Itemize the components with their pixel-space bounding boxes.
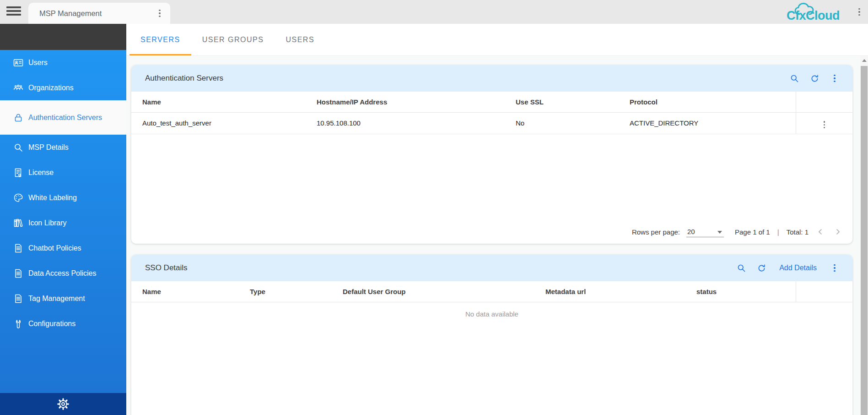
auth-panel-kebab-icon[interactable] bbox=[830, 73, 840, 83]
sidebar-item-icon-library[interactable]: Icon Library bbox=[0, 210, 126, 235]
column-header-default-user-group: Default User Group bbox=[343, 281, 545, 302]
scrollbar-up-arrow-icon[interactable] bbox=[860, 56, 868, 65]
rows-per-page-value: 20 bbox=[687, 228, 695, 235]
sidebar-item-label: License bbox=[28, 167, 54, 179]
auth-servers-table: Name Hostname/IP Address Use SSL Protoco… bbox=[131, 92, 852, 134]
chevron-right-icon[interactable] bbox=[832, 226, 843, 237]
sidebar-item-license[interactable]: License bbox=[0, 160, 126, 185]
users-card-icon bbox=[13, 57, 24, 68]
app-tab-kebab-icon[interactable] bbox=[155, 8, 165, 18]
caret-down-icon bbox=[717, 231, 722, 234]
document-icon bbox=[13, 268, 24, 279]
cfxcloud-logo: CfxCloud bbox=[787, 6, 841, 22]
column-header-actions bbox=[796, 281, 852, 302]
main-area: SERVERS USER GROUPS USERS Authentication… bbox=[126, 24, 868, 415]
sidebar-footer bbox=[0, 393, 126, 415]
vertical-scrollbar[interactable] bbox=[860, 56, 868, 415]
sidebar-item-msp-details[interactable]: MSP Details bbox=[0, 135, 126, 160]
sidebar: Users Organizations Authent bbox=[0, 24, 126, 415]
sso-table-header-row: Name Type Default User Group Metadata ur… bbox=[131, 281, 852, 302]
column-header-use-ssl: Use SSL bbox=[516, 92, 630, 112]
sidebar-item-white-labeling[interactable]: White Labeling bbox=[0, 185, 126, 210]
hamburger-menu-icon[interactable] bbox=[6, 6, 21, 17]
column-header-metadata-url: Metadata url bbox=[545, 281, 696, 302]
sidebar-nav: Users Organizations Authent bbox=[0, 50, 126, 393]
search-icon[interactable] bbox=[736, 263, 746, 273]
refresh-icon[interactable] bbox=[756, 263, 766, 273]
column-header-status: status bbox=[696, 281, 796, 302]
sidebar-item-tag-management[interactable]: Tag Management bbox=[0, 286, 126, 311]
rows-per-page-label: Rows per page: bbox=[632, 228, 680, 236]
auth-panel-title: Authentication Servers bbox=[145, 74, 789, 83]
sidebar-item-authentication-servers[interactable]: Authentication Servers bbox=[0, 100, 126, 135]
rows-per-page-select[interactable]: 20 bbox=[686, 227, 724, 237]
chevron-left-icon[interactable] bbox=[815, 226, 826, 237]
gear-icon[interactable] bbox=[56, 397, 70, 411]
sidebar-item-organizations[interactable]: Organizations bbox=[0, 75, 126, 100]
document-icon bbox=[13, 243, 24, 254]
total-count: Total: 1 bbox=[787, 228, 809, 236]
wrench-icon bbox=[13, 318, 24, 329]
palette-icon bbox=[13, 192, 24, 203]
sidebar-item-label: Organizations bbox=[28, 82, 74, 94]
sidebar-item-label: Data Access Policies bbox=[28, 268, 97, 279]
sso-panel-title: SSO Details bbox=[145, 263, 736, 273]
sidebar-item-label: Chatbot Policies bbox=[28, 242, 81, 254]
sidebar-item-label: Icon Library bbox=[28, 217, 67, 229]
sso-panel-kebab-icon[interactable] bbox=[830, 263, 840, 273]
sso-panel-header: SSO Details Add Details bbox=[131, 255, 852, 281]
pagination-separator: | bbox=[777, 228, 779, 236]
sidebar-item-configurations[interactable]: Configurations bbox=[0, 311, 126, 336]
sso-details-panel: SSO Details Add Details bbox=[131, 255, 852, 415]
sidebar-item-label: Authentication Servers bbox=[28, 112, 102, 124]
sidebar-item-label: White Labeling bbox=[28, 192, 77, 204]
magnifier-icon bbox=[13, 142, 24, 153]
cell-protocol: ACTIVE_DIRECTORY bbox=[630, 112, 796, 134]
search-icon[interactable] bbox=[789, 73, 799, 83]
refresh-icon[interactable] bbox=[809, 73, 819, 83]
scrollbar-thumb[interactable] bbox=[861, 66, 868, 415]
app-tab-title: MSP Management bbox=[28, 9, 155, 18]
authentication-servers-panel: Authentication Servers bbox=[131, 65, 852, 244]
organizations-icon bbox=[13, 82, 24, 93]
lock-icon bbox=[13, 112, 24, 123]
tab-label: USER GROUPS bbox=[202, 36, 264, 44]
pagination-bar: Rows per page: 20 Page 1 of 1 | Total: 1 bbox=[131, 226, 852, 244]
sidebar-item-label: Tag Management bbox=[28, 293, 85, 305]
document-icon bbox=[13, 293, 24, 304]
sidebar-item-chatbot-policies[interactable]: Chatbot Policies bbox=[0, 235, 126, 261]
table-row: Auto_test_auth_server 10.95.108.100 No A… bbox=[131, 112, 852, 134]
license-icon bbox=[13, 167, 24, 178]
sidebar-item-label: Configurations bbox=[28, 318, 75, 330]
cell-name: Auto_test_auth_server bbox=[131, 112, 317, 134]
app-tab[interactable]: MSP Management bbox=[28, 3, 170, 24]
tab-user-groups[interactable]: USER GROUPS bbox=[191, 24, 275, 55]
tab-label: USERS bbox=[286, 36, 314, 44]
content-area: Authentication Servers bbox=[126, 56, 868, 415]
tab-label: SERVERS bbox=[140, 36, 180, 44]
column-header-actions bbox=[796, 92, 852, 112]
column-header-protocol: Protocol bbox=[630, 92, 796, 112]
sidebar-item-users[interactable]: Users bbox=[0, 50, 126, 75]
top-bar: MSP Management CfxCloud bbox=[0, 0, 868, 24]
sidebar-item-label: MSP Details bbox=[28, 142, 69, 153]
empty-state-message: No data available bbox=[131, 302, 852, 318]
sidebar-item-label: Users bbox=[28, 57, 48, 69]
top-bar-kebab-icon[interactable] bbox=[854, 7, 864, 17]
cell-use-ssl: No bbox=[516, 112, 630, 134]
books-icon bbox=[13, 218, 24, 229]
column-header-hostname: Hostname/IP Address bbox=[317, 92, 516, 112]
sso-details-table: Name Type Default User Group Metadata ur… bbox=[131, 281, 852, 302]
sidebar-item-data-access-policies[interactable]: Data Access Policies bbox=[0, 261, 126, 286]
tabs-bar: SERVERS USER GROUPS USERS bbox=[126, 24, 868, 56]
add-details-button[interactable]: Add Details bbox=[779, 264, 817, 272]
tab-servers[interactable]: SERVERS bbox=[129, 24, 191, 55]
column-header-name: Name bbox=[131, 92, 317, 112]
column-header-name: Name bbox=[131, 281, 250, 302]
cell-hostname: 10.95.108.100 bbox=[317, 112, 516, 134]
auth-table-header-row: Name Hostname/IP Address Use SSL Protoco… bbox=[131, 92, 852, 112]
column-header-type: Type bbox=[250, 281, 343, 302]
row-actions-kebab-icon[interactable] bbox=[819, 120, 829, 130]
tab-users[interactable]: USERS bbox=[275, 24, 325, 55]
logo-text: CfxCloud bbox=[787, 9, 840, 23]
